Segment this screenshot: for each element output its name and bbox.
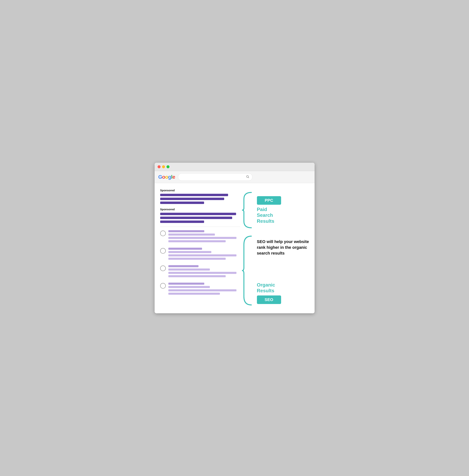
seo-description: SEO will help your website rank higher i…: [257, 239, 309, 256]
paid-bar-1-1: [160, 194, 228, 196]
section-gap: [240, 231, 309, 235]
result-lines-1: [168, 230, 240, 244]
result-body-4-2: [168, 293, 220, 295]
search-input[interactable]: [181, 176, 246, 179]
sponsored-section-1: Sponsored: [160, 189, 240, 204]
result-circle-3: [160, 265, 166, 271]
organic-bottom-labels: Organic Results SEO: [257, 274, 309, 304]
organic-section: [160, 230, 240, 296]
result-body-2-2: [168, 258, 226, 260]
result-circle-4: [160, 283, 166, 289]
paid-bar-2-1: [160, 213, 236, 215]
result-subtitle-3: [168, 268, 210, 271]
paid-bar-2-3: [160, 221, 204, 223]
organic-label-area: SEO will help your website rank higher i…: [255, 235, 309, 306]
organic-result-2: [160, 248, 240, 261]
result-title-2: [168, 248, 202, 250]
organic-result-1: [160, 230, 240, 244]
sponsored-label-2: Sponsored: [160, 208, 240, 211]
organic-annotation: SEO will help your website rank higher i…: [240, 235, 309, 306]
result-circle-1: [160, 230, 166, 236]
ppc-brace-container: [240, 189, 255, 231]
result-circle-2: [160, 248, 166, 254]
sponsored-label-1: Sponsored: [160, 189, 240, 192]
paid-bar-1-3: [160, 202, 204, 204]
result-title-3: [168, 265, 199, 267]
paid-bar-1-2: [160, 198, 224, 200]
result-body-2-1: [168, 254, 237, 256]
result-subtitle-4: [168, 286, 210, 288]
result-body-3-2: [168, 275, 226, 277]
annotations-panel: PPC Paid Search Results SEO wi: [240, 189, 309, 306]
paid-bar-2-2: [160, 217, 232, 219]
result-body-1-1: [168, 237, 237, 239]
result-title-4: [168, 283, 204, 285]
organic-results-label: Organic Results: [257, 276, 309, 294]
divider: [160, 227, 240, 227]
left-panel: Sponsored Sponsored: [160, 189, 240, 306]
google-logo: Google: [158, 174, 175, 180]
organic-result-4: [160, 283, 240, 296]
result-body-3-1: [168, 272, 237, 274]
browser-window: Google Sponsored Sponso: [155, 163, 315, 313]
organic-brace-container: [240, 235, 255, 306]
minimize-button[interactable]: [162, 165, 165, 168]
ppc-annotation: PPC Paid Search Results: [240, 189, 309, 231]
sponsored-section-2: Sponsored: [160, 208, 240, 223]
search-icon: [246, 175, 249, 179]
organic-result-3: [160, 265, 240, 279]
organic-brace-svg: [242, 235, 253, 306]
seo-badge: SEO: [257, 295, 281, 304]
ppc-label-area: PPC Paid Search Results: [255, 189, 281, 231]
browser-toolbar: Google: [155, 171, 315, 183]
maximize-button[interactable]: [167, 165, 169, 168]
result-subtitle-1: [168, 233, 215, 236]
ppc-badge: PPC: [257, 196, 281, 205]
result-body-4-1: [168, 289, 237, 291]
search-bar[interactable]: [178, 173, 252, 181]
result-subtitle-2: [168, 251, 212, 253]
result-body-1-2: [168, 240, 226, 242]
result-lines-4: [168, 283, 240, 296]
result-lines-3: [168, 265, 240, 279]
result-lines-2: [168, 248, 240, 261]
svg-line-1: [248, 177, 249, 178]
paid-search-label: Paid Search Results: [257, 207, 281, 224]
browser-content: Sponsored Sponsored: [155, 183, 315, 313]
ppc-brace-svg: [242, 192, 253, 229]
close-button[interactable]: [158, 165, 161, 168]
result-title-1: [168, 230, 204, 232]
browser-titlebar: [155, 163, 315, 171]
